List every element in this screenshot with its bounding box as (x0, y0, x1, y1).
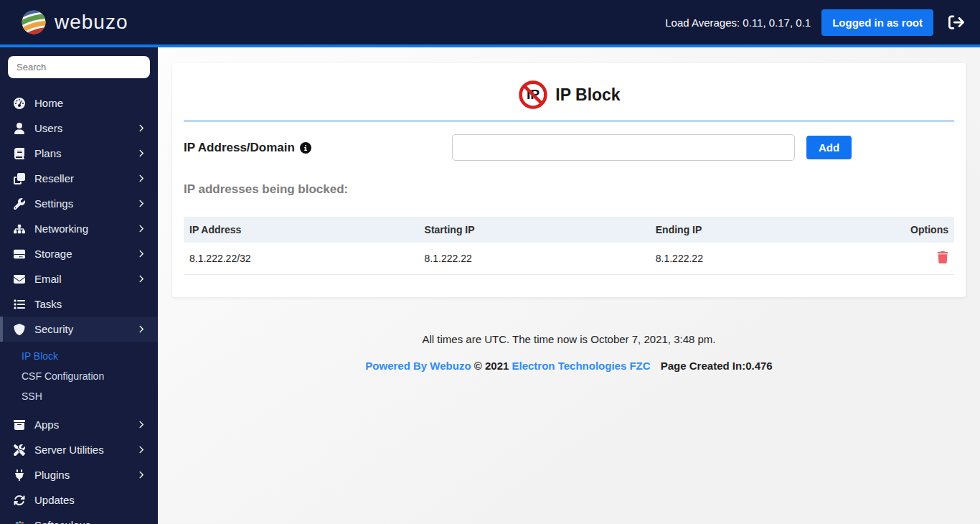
clone-icon (13, 172, 25, 184)
column-header-starting-ip: Starting IP (419, 217, 650, 243)
sidebar-item-label: Tasks (34, 298, 145, 310)
chevron-right-icon (137, 471, 145, 479)
table-row: 8.1.222.22/32 8.1.222.22 8.1.222.22 (184, 243, 954, 275)
sidebar-item-label: Plugins (34, 469, 137, 481)
info-circle-icon[interactable] (300, 142, 311, 154)
add-button[interactable]: Add (806, 136, 852, 159)
footer: All times are UTC. The time now is Octob… (158, 333, 980, 372)
sidebar-item-apps[interactable]: Apps (0, 412, 158, 437)
chevron-right-icon (137, 421, 145, 429)
chevron-right-icon (137, 149, 145, 157)
chevron-right-icon (137, 200, 145, 207)
sidebar-item-security[interactable]: Security (0, 317, 158, 342)
table-header-row: IP Address Starting IP Ending IP Options (184, 217, 954, 243)
sidebar-item-label: Networking (34, 223, 137, 235)
column-header-ending-ip: Ending IP (650, 217, 881, 243)
page-title-text: IP Block (555, 85, 620, 105)
time-note: All times are UTC. The time now is Octob… (158, 333, 980, 345)
logged-in-as-root-button[interactable]: Logged in as root (821, 9, 933, 36)
sidebar-item-home[interactable]: Home (0, 90, 158, 116)
column-header-options: Options (881, 217, 954, 243)
sidebar-item-reseller[interactable]: Reseller (0, 166, 158, 191)
envelope-icon (13, 273, 25, 285)
list-icon (13, 298, 25, 310)
powered-by-webuzo-link[interactable]: Powered By Webuzo (365, 360, 471, 372)
sidebar-item-label: Apps (34, 418, 137, 431)
electron-technologies-link[interactable]: Electron Technologies FZC (512, 360, 651, 372)
sitemap-icon (13, 223, 25, 235)
gauge-icon (13, 97, 25, 109)
chevron-right-icon (137, 124, 145, 132)
add-ip-form: IP Address/Domain Add (184, 134, 954, 161)
sidebar-item-label: Updates (34, 494, 145, 506)
sidebar-item-plugins[interactable]: Plugins (0, 462, 158, 487)
tools-icon (13, 444, 25, 456)
user-icon (13, 122, 25, 134)
page-title: IP IP Block (172, 63, 966, 111)
sidebar-item-softaculous[interactable]: Softaculous (0, 513, 158, 524)
chevron-right-icon (137, 275, 145, 283)
cell-ending-ip: 8.1.222.22 (650, 243, 881, 275)
cell-starting-ip: 8.1.222.22 (419, 243, 650, 275)
chevron-right-icon (137, 250, 145, 258)
topbar: webuzo Load Averages: 0.11, 0.17, 0.1 Lo… (0, 0, 980, 45)
ip-address-domain-label-text: IP Address/Domain (184, 134, 295, 161)
sidebar-item-server-utilities[interactable]: Server Utilities (0, 437, 158, 462)
chevron-right-icon (137, 446, 145, 454)
submenu-item-csf-configuration[interactable]: CSF Configuration (0, 366, 158, 386)
sidebar-item-networking[interactable]: Networking (0, 216, 158, 241)
trash-icon[interactable] (937, 251, 948, 263)
sidebar-item-label: Email (34, 273, 137, 285)
sidebar-item-storage[interactable]: Storage (0, 241, 158, 266)
cell-ip-address: 8.1.222.22/32 (184, 243, 419, 275)
column-header-ip-address: IP Address (184, 217, 419, 243)
search-input[interactable] (8, 56, 150, 78)
ip-address-input[interactable] (452, 134, 795, 161)
sidebar-item-plans[interactable]: Plans (0, 141, 158, 166)
rotate-icon (13, 494, 25, 506)
sidebar-item-label: Plans (34, 147, 137, 159)
chevron-right-icon (137, 225, 145, 233)
sidebar-item-label: Server Utilities (34, 444, 137, 456)
submenu-item-ip-block[interactable]: IP Block (0, 346, 158, 366)
ip-block-card: IP IP Block IP Address/Domain Add IP add… (172, 63, 966, 297)
box-icon (13, 418, 25, 431)
webuzo-logo[interactable]: webuzo (19, 7, 128, 37)
blocked-ips-table: IP Address Starting IP Ending IP Options… (184, 217, 954, 275)
main-content: IP IP Block IP Address/Domain Add IP add… (158, 47, 980, 524)
wrench-icon (13, 197, 25, 210)
security-submenu: IP Block CSF Configuration SSH (0, 342, 158, 412)
sidebar-item-label: Storage (34, 248, 137, 260)
sidebar: Home Users Plans Reseller Settings (0, 47, 158, 524)
logout-icon[interactable] (948, 14, 964, 30)
sidebar-item-tasks[interactable]: Tasks (0, 291, 158, 317)
copyright-text: © 2021 (474, 360, 509, 372)
sidebar-item-updates[interactable]: Updates (0, 487, 158, 513)
shield-icon (13, 323, 25, 335)
webuzo-globe-icon (19, 7, 49, 37)
sidebar-nav: Home Users Plans Reseller Settings (0, 90, 158, 524)
sidebar-item-label: Settings (34, 197, 137, 210)
chevron-right-icon (137, 325, 145, 333)
no-entry-ip-icon: IP (517, 79, 549, 111)
sidebar-item-label: Softaculous (34, 519, 145, 524)
sidebar-item-users[interactable]: Users (0, 116, 158, 141)
page-created-text: Page Created In:0.476 (661, 360, 773, 372)
softaculous-icon (13, 519, 25, 524)
submenu-item-ssh[interactable]: SSH (0, 386, 158, 406)
sidebar-item-label: Reseller (34, 172, 137, 184)
chevron-right-icon (137, 174, 145, 182)
ip-address-domain-label: IP Address/Domain (184, 134, 452, 161)
sidebar-item-settings[interactable]: Settings (0, 191, 158, 216)
plug-icon (13, 469, 25, 481)
hard-drive-icon (13, 248, 25, 260)
sidebar-item-email[interactable]: Email (0, 266, 158, 291)
sidebar-item-label: Security (34, 323, 137, 335)
brand-name: webuzo (55, 11, 128, 34)
title-divider (184, 120, 954, 122)
sidebar-item-label: Home (34, 97, 145, 109)
blocked-ips-heading: IP addresses being blocked: (184, 182, 954, 197)
powered-by-line: Powered By Webuzo © 2021 Electron Techno… (158, 360, 980, 372)
load-averages: Load Averages: 0.11, 0.17, 0.1 (665, 17, 811, 29)
sidebar-item-label: Users (34, 122, 137, 134)
